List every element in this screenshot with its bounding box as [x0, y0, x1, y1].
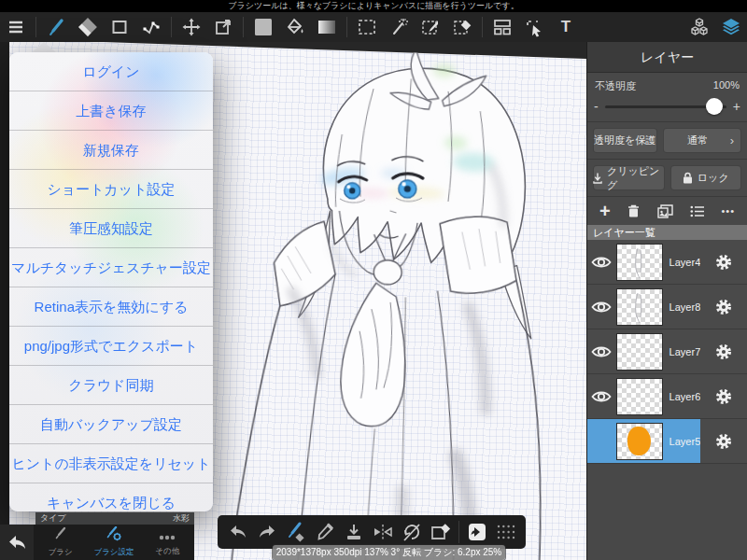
thumbnail-sketch [617, 245, 662, 280]
menu-item[interactable]: 上書き保存 [9, 91, 213, 131]
layer-name: Layer6 [669, 391, 701, 402]
color-swatch[interactable] [252, 16, 275, 38]
layer-settings-button[interactable] [700, 240, 747, 284]
chevron-right-icon: › [730, 133, 734, 147]
layer-name: Layer8 [669, 301, 701, 313]
layer-thumbnail [616, 333, 663, 371]
layer-settings-button[interactable] [700, 285, 747, 329]
tab-label: その他 [155, 546, 179, 557]
control-point-tool-icon[interactable] [140, 16, 162, 38]
tab-brush[interactable]: ブラシ [34, 525, 87, 560]
brush-type-value: 水彩 [173, 512, 190, 525]
menu-item[interactable]: ヒントの非表示設定をリセット [9, 444, 213, 483]
material-cubes-icon[interactable] [688, 16, 711, 38]
select-pen-icon[interactable] [419, 16, 442, 38]
menu-item[interactable]: png/jpg形式でエクスポート [9, 327, 213, 366]
layer-visibility-toggle[interactable] [587, 435, 616, 448]
toolbar-divider [458, 521, 459, 543]
gradient-tool-icon[interactable] [316, 16, 338, 38]
layer-visibility-toggle[interactable] [587, 345, 616, 358]
brush-eraser-toggle[interactable] [285, 521, 307, 543]
add-layer-button[interactable]: + [599, 203, 611, 218]
layers-panel: レイヤー 不透明度 100% - + 透明度を保護 通常 › クリッピング [586, 42, 747, 560]
layer-thumbnail [616, 288, 663, 326]
duplicate-layer-button[interactable] [657, 204, 673, 218]
save-button[interactable] [343, 521, 365, 543]
menu-item[interactable]: マルチタッチジェスチャー設定 [9, 248, 213, 287]
menu-icon[interactable] [5, 16, 27, 38]
gear-icon [714, 343, 733, 361]
clipping-button[interactable]: クリッピング [593, 165, 665, 190]
eyedropper-button[interactable] [314, 521, 336, 543]
magic-wand-icon[interactable] [388, 16, 410, 38]
toolbar-divider [346, 17, 347, 37]
layer-visibility-toggle[interactable] [587, 256, 616, 269]
panel-display-toggle[interactable] [466, 521, 488, 543]
blend-mode-button[interactable]: 通常 › [663, 128, 742, 153]
layer-row[interactable]: Layer7 [587, 329, 747, 374]
layer-row[interactable]: Layer8 [587, 285, 747, 329]
redo-button[interactable] [256, 521, 278, 543]
menu-item[interactable]: 筆圧感知設定 [9, 209, 213, 248]
opacity-slider-knob[interactable] [706, 98, 723, 115]
lock-icon [683, 172, 693, 184]
undo-button[interactable] [227, 521, 249, 543]
move-tool-icon[interactable] [180, 16, 203, 38]
brush-tool-icon[interactable] [45, 16, 67, 38]
layer-thumbnail [616, 423, 663, 460]
select-marquee-icon[interactable] [356, 16, 378, 38]
layer-thumbnail [616, 378, 663, 415]
eraser-tool-icon[interactable] [77, 16, 99, 38]
opacity-plus-button[interactable]: + [733, 99, 740, 114]
menu-item[interactable]: ショートカット設定 [9, 170, 213, 209]
layer-visibility-toggle[interactable] [587, 301, 616, 314]
drag-handle-dots[interactable] [495, 521, 517, 543]
menu-item[interactable]: Retina表示を無効にする [9, 287, 213, 327]
collapse-panel-button[interactable] [0, 525, 34, 560]
layer-settings-button[interactable] [700, 329, 747, 373]
split-view-icon[interactable] [491, 16, 514, 38]
layer-more-button[interactable]: ••• [721, 205, 735, 217]
layer-list-button[interactable] [690, 205, 705, 217]
transform-tool-icon[interactable] [212, 16, 234, 38]
opacity-label: 不透明度 [595, 79, 636, 93]
opacity-minus-button[interactable]: - [594, 99, 599, 114]
delete-layer-button[interactable] [627, 203, 641, 218]
flip-horizontal-button[interactable] [372, 521, 394, 543]
left-edge-panel [0, 42, 9, 560]
brush-type-label: タイプ [40, 512, 66, 525]
blend-mode-value: 通常 [670, 133, 726, 147]
layer-row[interactable]: Layer5 [587, 419, 747, 464]
layer-settings-button[interactable] [700, 374, 747, 418]
menu-item[interactable]: 自動バックアップ設定 [9, 405, 213, 444]
layer-settings-button[interactable] [700, 419, 747, 463]
select-eraser-icon[interactable] [451, 16, 473, 38]
layer-row[interactable]: Layer4 [587, 240, 747, 285]
layer-visibility-toggle[interactable] [587, 390, 616, 403]
tab-brush-settings[interactable]: ブラシ設定 [87, 525, 140, 560]
select-move-icon[interactable] [523, 16, 545, 38]
menu-item[interactable]: クラウド同期 [9, 366, 213, 405]
gear-icon [714, 253, 733, 272]
layers-panel-icon[interactable] [720, 16, 742, 38]
thumbnail-sketch [617, 289, 662, 325]
reset-rotation-button[interactable] [401, 521, 423, 543]
brush-type-row[interactable]: タイプ 水彩 [35, 512, 194, 525]
lock-button[interactable]: ロック [670, 165, 742, 190]
text-tool-icon[interactable]: T [555, 16, 577, 38]
bucket-fill-icon[interactable] [284, 16, 306, 38]
menu-item[interactable]: ログイン [9, 52, 213, 91]
layer-name: Layer7 [669, 346, 701, 357]
layer-row[interactable]: Layer6 [587, 374, 747, 419]
tab-others[interactable]: その他 [141, 525, 194, 560]
shape-tool-icon[interactable] [108, 16, 131, 38]
back-arrow-icon [7, 535, 26, 550]
menu-popover-arrow [32, 42, 56, 52]
clear-layer-button[interactable] [430, 521, 452, 543]
opacity-slider[interactable] [605, 105, 726, 108]
eye-icon [591, 390, 612, 403]
tool-hint-text: ブラシツールは、様々なブラシによりキャンバスに描画を行うツールです。 [228, 1, 518, 10]
layer-name: Layer4 [669, 257, 701, 268]
menu-item[interactable]: 新規保存 [9, 131, 213, 170]
protect-alpha-button[interactable]: 透明度を保護 [593, 128, 657, 153]
